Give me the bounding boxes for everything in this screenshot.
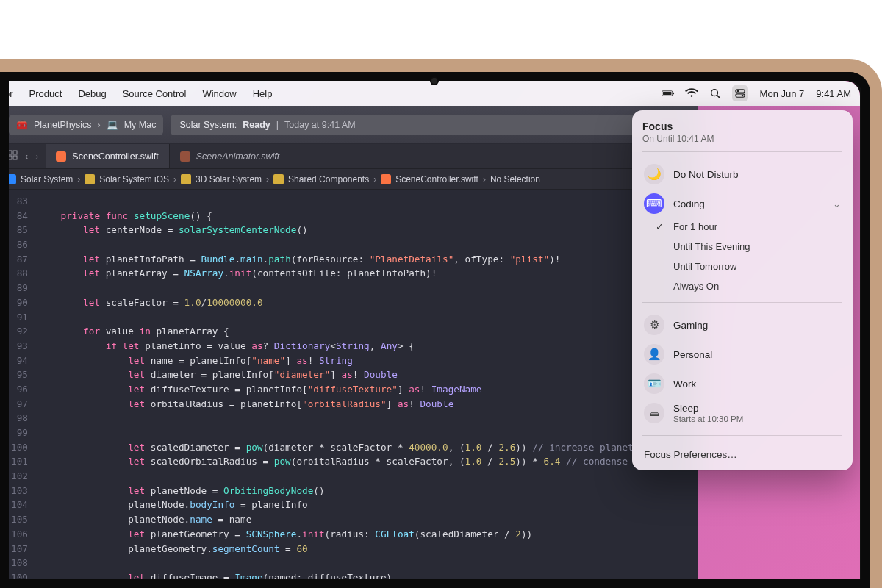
focus-label: Personal — [673, 349, 841, 360]
svg-point-6 — [736, 90, 739, 93]
menu-item[interactable]: Debug — [78, 88, 106, 99]
menubar-date[interactable]: Mon Jun 7 — [760, 88, 805, 99]
focus-mode-sleep[interactable]: 🛏︎ Sleep Starts at 10:30 PM — [642, 398, 842, 428]
tab-label: SceneAnimator.swift — [196, 151, 279, 162]
folder-icon — [85, 174, 95, 184]
svg-rect-9 — [8, 151, 12, 154]
menu-item[interactable]: Product — [29, 88, 62, 99]
camera-notch — [431, 78, 437, 84]
code-editor[interactable]: 8384858687888990919293949596979899100101… — [0, 190, 698, 588]
focus-mode-dnd[interactable]: 🌙 Do Not Disturb — [642, 159, 842, 189]
swift-file-icon — [56, 151, 66, 162]
scheme-destination: My Mac — [124, 120, 157, 130]
app-menus: or Product Debug Source Control Window H… — [0, 88, 272, 99]
activity-status: Ready — [243, 120, 270, 130]
focus-mode-work[interactable]: 🪪 Work — [642, 369, 842, 398]
laptop-icon: 💻 — [107, 119, 118, 130]
forward-button[interactable]: › — [35, 151, 38, 162]
menu-item[interactable]: Help — [253, 88, 273, 99]
svg-point-8 — [741, 95, 743, 97]
svg-rect-2 — [673, 93, 674, 95]
xcode-toolbar: 🧰 PlanetPhysics › 💻 My Mac Solar System:… — [0, 106, 698, 144]
focus-label: Work — [673, 379, 841, 390]
focus-popover: Focus On Until 10:41 AM 🌙 Do Not Disturb… — [632, 110, 853, 470]
activity-viewer: Solar System: Ready | Today at 9:41 AM — [171, 115, 689, 135]
focus-option[interactable]: Until This Evening — [672, 238, 842, 255]
back-button[interactable]: ‹ — [25, 151, 28, 162]
code-area[interactable]: private func setupScene() { let centerNo… — [35, 190, 698, 588]
bed-icon: 🛏︎ — [644, 403, 664, 423]
menu-bar: or Product Debug Source Control Window H… — [0, 81, 860, 106]
menu-item[interactable]: or — [4, 88, 13, 99]
line-number-gutter: 8384858687888990919293949596979899100101… — [0, 190, 35, 588]
chevron-down-icon: ⌄ — [833, 198, 841, 209]
tab-bar: ‹ › SceneController.swift SceneAnimator.… — [0, 144, 698, 169]
focus-subtitle: On Until 10:41 AM — [642, 134, 842, 144]
focus-option[interactable]: Always On — [672, 278, 842, 295]
svg-rect-10 — [13, 151, 17, 154]
crumb: SceneController.swift — [395, 174, 478, 184]
focus-mode-gaming[interactable]: ⚙︎ Gaming — [642, 310, 842, 340]
badge-icon: 🪪 — [644, 373, 664, 394]
focus-label: Coding — [673, 198, 824, 209]
menu-item[interactable]: Window — [202, 88, 236, 99]
tab-label: SceneController.swift — [72, 151, 158, 162]
crumb: Solar System — [21, 174, 73, 184]
swift-file-icon — [381, 174, 391, 184]
focus-duration-options: For 1 hour Until This Evening Until Tomo… — [642, 218, 842, 295]
crumb: Shared Components — [288, 174, 369, 184]
scheme-selector[interactable]: 🧰 PlanetPhysics › 💻 My Mac — [9, 115, 163, 135]
search-icon[interactable] — [709, 88, 722, 98]
focus-label: Gaming — [673, 320, 841, 331]
chevron-right-icon: › — [98, 120, 101, 130]
gear-icon: ⚙︎ — [644, 315, 664, 335]
focus-option[interactable]: For 1 hour — [672, 218, 842, 235]
focus-option[interactable]: Until Tomorrow — [672, 258, 842, 275]
tab-active[interactable]: SceneController.swift — [46, 144, 169, 168]
focus-sublabel: Starts at 10:30 PM — [673, 415, 841, 423]
battery-icon[interactable] — [662, 88, 675, 98]
person-icon: 👤 — [644, 344, 664, 365]
folder-icon — [181, 174, 191, 184]
project-icon — [6, 174, 16, 184]
jump-bar[interactable]: Solar System› Solar System iOS› 3D Solar… — [0, 169, 698, 190]
menu-item[interactable]: Source Control — [123, 88, 187, 99]
folder-icon — [273, 174, 284, 184]
moon-icon: 🌙 — [644, 164, 664, 184]
screen: or Product Debug Source Control Window H… — [0, 81, 860, 588]
svg-line-4 — [717, 96, 720, 98]
briefcase-icon: 🧰 — [16, 119, 28, 130]
focus-label: Do Not Disturb — [673, 169, 841, 180]
status-icons: Mon Jun 7 9:41 AM — [662, 85, 851, 101]
focus-mode-coding[interactable]: ⌨︎ Coding ⌄ — [642, 189, 842, 218]
activity-prefix: Solar System: — [179, 120, 237, 130]
focus-label: Sleep Starts at 10:30 PM — [673, 403, 841, 423]
crumb: 3D Solar System — [196, 174, 262, 184]
tab-inactive[interactable]: SceneAnimator.swift — [170, 144, 290, 168]
menubar-time[interactable]: 9:41 AM — [816, 88, 851, 99]
crumb: No Selection — [490, 174, 540, 184]
related-items-icon[interactable] — [7, 150, 18, 162]
svg-rect-12 — [13, 156, 17, 159]
focus-preferences[interactable]: Focus Preferences… — [642, 443, 842, 463]
svg-rect-11 — [8, 156, 12, 159]
swift-file-icon — [180, 151, 190, 162]
focus-mode-personal[interactable]: 👤 Personal — [642, 340, 842, 369]
control-center-icon[interactable] — [732, 85, 748, 101]
activity-time: Today at 9:41 AM — [284, 120, 356, 130]
xcode-window: 🧰 PlanetPhysics › 💻 My Mac Solar System:… — [0, 106, 698, 588]
scheme-project: PlanetPhysics — [34, 120, 92, 130]
crumb: Solar System iOS — [99, 174, 169, 184]
svg-rect-1 — [663, 92, 672, 95]
keyboard-icon: ⌨︎ — [644, 193, 664, 214]
wifi-icon[interactable] — [685, 88, 698, 98]
focus-title: Focus — [642, 121, 842, 132]
